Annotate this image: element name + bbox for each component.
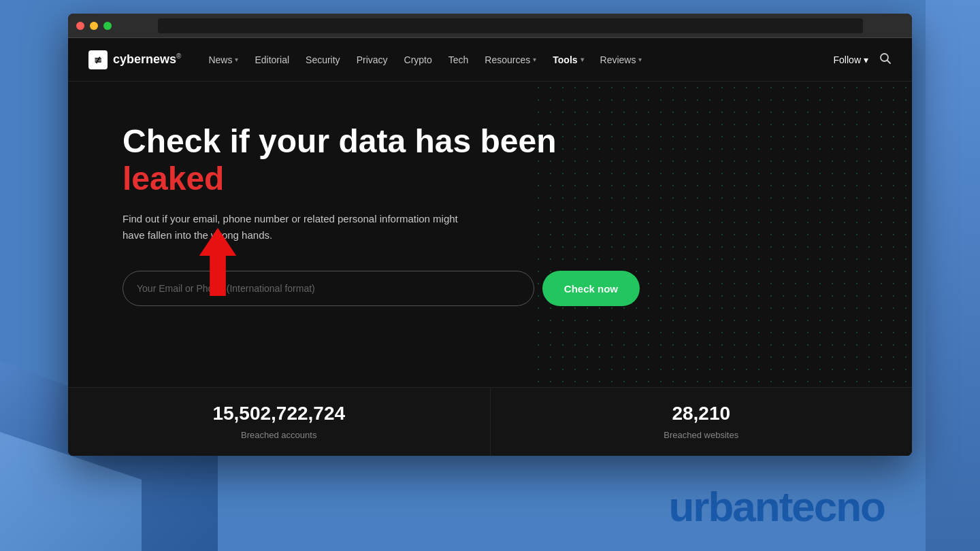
- chevron-down-icon: ▾: [581, 56, 584, 63]
- logo-text: cybernews®: [113, 52, 181, 67]
- brand-watermark: urbantecno: [668, 482, 885, 531]
- browser-chrome: [68, 14, 912, 38]
- browser-close-dot[interactable]: [76, 22, 84, 30]
- breached-websites-number: 28,210: [518, 403, 885, 424]
- stat-breached-accounts: 15,502,722,724 Breached accounts: [68, 388, 491, 456]
- nav-item-news[interactable]: News ▾: [201, 50, 245, 69]
- nav-right: Follow ▾: [834, 52, 892, 67]
- nav-item-editorial[interactable]: Editorial: [248, 50, 296, 69]
- breached-accounts-number: 15,502,722,724: [95, 403, 463, 424]
- email-phone-input[interactable]: [122, 271, 534, 306]
- chevron-down-icon: ▾: [864, 54, 868, 65]
- follow-button[interactable]: Follow ▾: [834, 54, 868, 65]
- svg-line-1: [887, 60, 891, 63]
- nav-item-crypto[interactable]: Crypto: [397, 50, 439, 69]
- logo[interactable]: ≢ cybernews®: [88, 50, 181, 69]
- chevron-down-icon: ▾: [638, 56, 642, 63]
- browser-maximize-dot[interactable]: [103, 22, 112, 30]
- browser-window: ≢ cybernews® News ▾ Editorial Security P…: [68, 14, 912, 456]
- nav-item-tech[interactable]: Tech: [442, 50, 476, 69]
- hero-title: Check if your data has been leaked: [122, 122, 633, 197]
- search-button[interactable]: [879, 52, 892, 67]
- breached-accounts-label: Breached accounts: [241, 430, 316, 440]
- check-now-button[interactable]: Check now: [542, 271, 640, 306]
- browser-minimize-dot[interactable]: [90, 22, 98, 30]
- nav-item-privacy[interactable]: Privacy: [350, 50, 395, 69]
- breached-websites-label: Breached websites: [664, 430, 738, 440]
- search-input-wrap: [122, 271, 534, 306]
- chevron-down-icon: ▾: [533, 56, 536, 63]
- nav-items: News ▾ Editorial Security Privacy Crypto…: [201, 50, 833, 69]
- stat-breached-websites: 28,210 Breached websites: [491, 388, 913, 456]
- hero-subtitle: Find out if your email, phone number or …: [122, 211, 476, 244]
- navbar: ≢ cybernews® News ▾ Editorial Security P…: [68, 38, 912, 82]
- red-arrow-annotation: [194, 228, 242, 299]
- stats-row: 15,502,722,724 Breached accounts 28,210 …: [68, 387, 912, 456]
- hero-section: Check if your data has been leaked Find …: [68, 82, 912, 456]
- bg-shape-right: [926, 0, 980, 551]
- browser-address-bar[interactable]: [158, 18, 863, 33]
- leaked-highlight: leaked: [122, 161, 224, 197]
- chevron-down-icon: ▾: [235, 56, 238, 63]
- nav-item-security[interactable]: Security: [299, 50, 347, 69]
- nav-item-reviews[interactable]: Reviews ▾: [593, 50, 649, 69]
- nav-item-resources[interactable]: Resources ▾: [478, 50, 543, 69]
- nav-item-tools[interactable]: Tools ▾: [546, 50, 590, 69]
- svg-marker-2: [199, 228, 237, 296]
- logo-icon: ≢: [88, 50, 108, 69]
